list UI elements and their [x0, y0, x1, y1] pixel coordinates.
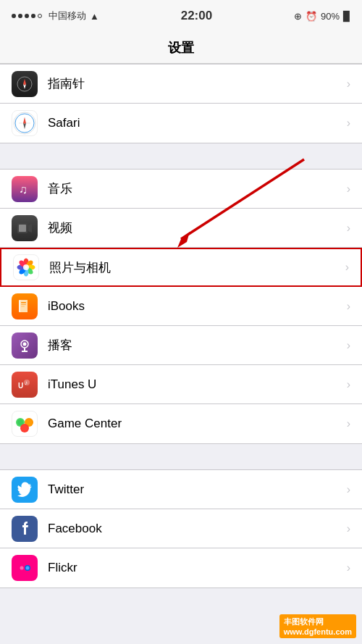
twitter-label: Twitter — [48, 482, 341, 497]
svg-point-22 — [23, 264, 29, 270]
list-item-compass[interactable]: 指南针 › — [0, 64, 362, 104]
photos-label: 照片与相机 — [49, 259, 340, 276]
ibooks-icon — [12, 293, 38, 319]
section-social: Twitter › Facebook › Flickr — [0, 469, 362, 588]
podcasts-icon — [12, 333, 38, 359]
music-chevron: › — [347, 183, 350, 196]
music-label: 音乐 — [48, 180, 341, 197]
facebook-label: Facebook — [48, 522, 341, 536]
flickr-chevron: › — [347, 561, 350, 574]
nav-bar: 设置 — [0, 32, 362, 64]
svg-text:♫: ♫ — [19, 183, 28, 196]
signal-dots — [12, 14, 42, 18]
list-item-facebook[interactable]: Facebook › — [0, 509, 362, 548]
svg-marker-12 — [28, 224, 32, 233]
list-item-ibooks[interactable]: iBooks › — [0, 287, 362, 326]
flickr-label: Flickr — [48, 561, 341, 575]
compass-label: 指南针 — [48, 75, 341, 92]
wifi-icon: ▲ — [90, 11, 99, 22]
section-top: 指南针 › Safari › — [0, 64, 362, 143]
podcasts-label: 播客 — [48, 337, 341, 354]
podcasts-chevron: › — [347, 339, 350, 352]
ibooks-label: iBooks — [48, 299, 341, 314]
itunesu-label: iTunes U — [48, 377, 341, 392]
itunesu-icon: U ♪ — [12, 372, 38, 398]
list-item-safari[interactable]: Safari › — [0, 104, 362, 143]
watermark: 丰图软件网 www.dgfentu.com — [279, 614, 356, 638]
video-label: 视频 — [48, 219, 341, 236]
battery-icon: ▉ — [343, 11, 350, 22]
list-item-photos[interactable]: 照片与相机 › — [0, 248, 362, 287]
carrier-label: 中国移动 — [49, 9, 86, 22]
safari-icon — [12, 110, 38, 136]
gap-1 — [0, 143, 362, 169]
status-time: 22:00 — [181, 9, 212, 23]
svg-rect-27 — [21, 306, 25, 306]
status-right: ⊕ ⏰ 90% ▉ — [294, 11, 350, 22]
compass-icon — [12, 71, 38, 97]
list-item-twitter[interactable]: Twitter › — [0, 470, 362, 509]
settings-list: 指南针 › Safari › — [0, 64, 362, 644]
gamecenter-icon — [12, 411, 38, 437]
alarm-icon: ⏰ — [306, 11, 317, 22]
svg-point-38 — [17, 419, 23, 425]
list-item-itunesu[interactable]: U ♪ iTunes U › — [0, 365, 362, 404]
status-bar: 中国移动 ▲ 22:00 ⊕ ⏰ 90% ▉ — [0, 0, 362, 32]
itunesu-chevron: › — [347, 378, 350, 391]
video-icon — [12, 215, 38, 241]
twitter-icon — [12, 477, 38, 503]
status-left: 中国移动 ▲ — [12, 9, 99, 22]
battery-level: 90% — [321, 11, 340, 22]
twitter-chevron: › — [347, 483, 350, 496]
safari-label: Safari — [48, 116, 341, 130]
facebook-chevron: › — [347, 522, 350, 535]
photos-chevron: › — [345, 261, 349, 274]
safari-chevron: › — [347, 117, 350, 130]
svg-point-43 — [20, 566, 24, 570]
gamecenter-chevron: › — [347, 417, 350, 430]
svg-point-39 — [26, 419, 32, 425]
page-title: 设置 — [168, 39, 194, 57]
music-icon: ♫ — [12, 176, 38, 202]
svg-point-44 — [26, 566, 30, 570]
svg-point-29 — [23, 342, 27, 346]
svg-point-40 — [22, 425, 28, 431]
svg-rect-25 — [21, 302, 26, 304]
gap-2 — [0, 444, 362, 469]
svg-rect-13 — [19, 225, 26, 232]
svg-text:♪: ♪ — [25, 380, 28, 386]
compass-chevron: › — [347, 78, 350, 91]
list-item-flickr[interactable]: Flickr › — [0, 548, 362, 587]
photos-icon — [13, 254, 39, 280]
video-chevron: › — [347, 222, 350, 235]
list-item-podcasts[interactable]: 播客 › — [0, 326, 362, 365]
list-item-music[interactable]: ♫ 音乐 › — [0, 170, 362, 209]
location-icon: ⊕ — [294, 11, 302, 22]
gamecenter-label: Game Center — [48, 417, 341, 431]
section-media: ♫ 音乐 › 视频 › — [0, 169, 362, 444]
facebook-icon — [12, 516, 38, 542]
list-item-gamecenter[interactable]: Game Center › — [0, 404, 362, 443]
ibooks-chevron: › — [347, 300, 350, 313]
svg-text:U: U — [18, 382, 23, 390]
svg-rect-26 — [21, 304, 26, 305]
list-item-video[interactable]: 视频 › — [0, 209, 362, 248]
flickr-icon — [12, 555, 38, 581]
